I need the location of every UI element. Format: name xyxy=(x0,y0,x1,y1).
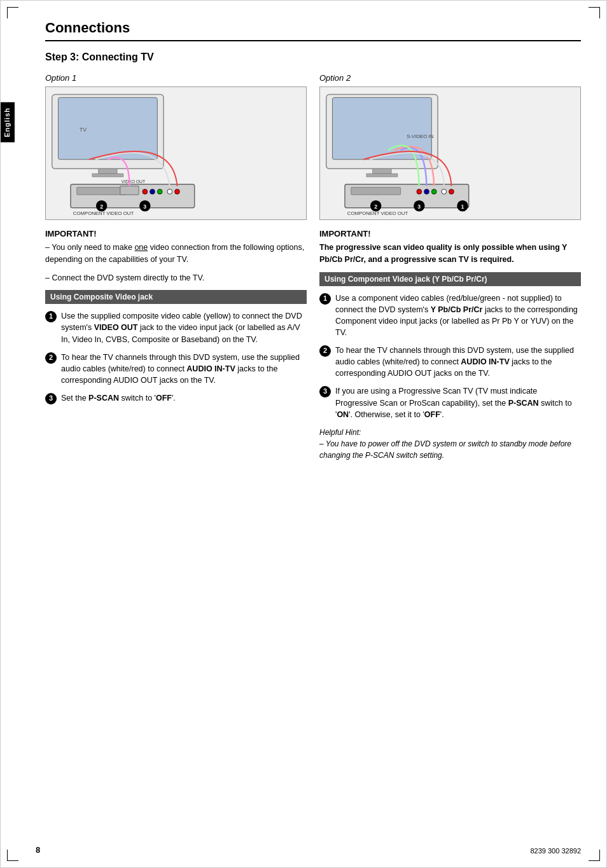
option2-important-text: The progressive scan video quality is on… xyxy=(319,242,581,266)
option1-item-2: 2 To hear the TV channels through this D… xyxy=(45,352,307,386)
svg-text:COMPONENT VIDEO OUT: COMPONENT VIDEO OUT xyxy=(73,210,134,216)
num-circle-1: 1 xyxy=(45,311,57,322)
svg-point-9 xyxy=(157,189,162,194)
svg-point-8 xyxy=(150,189,155,194)
num-circle-opt2-2: 2 xyxy=(319,345,331,357)
num-circle-opt2-3: 3 xyxy=(319,386,331,397)
option2-item-2: 2 To hear the TV channels through this D… xyxy=(319,345,581,379)
svg-point-11 xyxy=(175,189,180,194)
svg-point-10 xyxy=(167,189,172,194)
option1-section-heading: Using Composite Video jack xyxy=(45,290,307,304)
svg-point-29 xyxy=(431,189,436,194)
page-number: 8 xyxy=(36,845,40,855)
svg-text:S-VIDEO IN: S-VIDEO IN xyxy=(407,134,433,139)
helpful-hint-label: Helpful Hint: xyxy=(319,428,361,437)
corner-tr xyxy=(589,7,600,18)
svg-point-30 xyxy=(442,189,447,194)
helpful-hint-text: – You have to power off the DVD system o… xyxy=(319,439,571,460)
svg-point-27 xyxy=(417,189,422,194)
option1-item3-text: Set the P-SCAN switch to 'OFF'. xyxy=(61,392,176,404)
option2-important-heading: IMPORTANT! xyxy=(319,229,581,238)
svg-rect-1 xyxy=(58,97,157,159)
page-container: English Connections Step 3: Connecting T… xyxy=(0,0,607,868)
option2-section-heading: Using Component Video jack (Y Pb/Cb Pr/C… xyxy=(319,272,581,286)
svg-point-31 xyxy=(449,189,454,194)
svg-text:2: 2 xyxy=(374,203,377,210)
option1-item-1: 1 Use the supplied composite video cable… xyxy=(45,310,307,345)
svg-text:VIDEO OUT: VIDEO OUT xyxy=(122,179,145,184)
svg-text:3: 3 xyxy=(417,203,421,210)
two-col-layout: Option 1 COMPONENT VIDEO OUT xyxy=(45,73,581,461)
num-circle-opt2-1: 1 xyxy=(319,293,331,305)
option2-num-list: 1 Use a component video cables (red/blue… xyxy=(319,293,581,420)
page-title: Connections xyxy=(45,20,581,41)
option1-label: Option 1 xyxy=(45,73,307,83)
option1-item-3: 3 Set the P-SCAN switch to 'OFF'. xyxy=(45,392,307,404)
svg-text:COMPONENT VIDEO OUT: COMPONENT VIDEO OUT xyxy=(347,210,408,216)
svg-rect-25 xyxy=(351,188,401,195)
num-circle-2: 2 xyxy=(45,352,57,364)
num-circle-3: 3 xyxy=(45,393,57,404)
option2-item-3: 3 If you are using a Progressive Scan TV… xyxy=(319,385,581,420)
step-heading: Step 3: Connecting TV xyxy=(45,52,581,63)
svg-rect-3 xyxy=(92,174,123,177)
svg-rect-22 xyxy=(366,174,398,177)
corner-br xyxy=(589,850,600,861)
svg-text:TV: TV xyxy=(80,127,87,133)
corner-bl xyxy=(7,850,18,861)
svg-text:3: 3 xyxy=(143,203,146,210)
svg-point-28 xyxy=(424,189,429,194)
option2-item3-text: If you are using a Progressive Scan TV (… xyxy=(335,385,581,420)
option1-item1-text: Use the supplied composite video cable (… xyxy=(61,310,307,345)
svg-rect-12 xyxy=(120,186,139,195)
option1-important-text1: – You only need to make one video connec… xyxy=(45,242,307,266)
option1-important-heading: IMPORTANT! xyxy=(45,229,307,238)
option1-important-text2: – Connect the DVD system directly to the… xyxy=(45,272,307,284)
option2-label: Option 2 xyxy=(319,73,581,83)
option1-col: Option 1 COMPONENT VIDEO OUT xyxy=(45,73,307,461)
svg-rect-5 xyxy=(77,188,127,195)
helpful-hint: Helpful Hint: – You have to power off th… xyxy=(319,427,581,461)
option1-num-list: 1 Use the supplied composite video cable… xyxy=(45,310,307,404)
language-tab: English xyxy=(1,102,15,142)
option2-diagram: S-VIDEO IN COMPONENT VIDEO OUT xyxy=(319,86,581,220)
option2-col: Option 2 S-VIDEO IN COMPONENT VIDEO OUT xyxy=(319,73,581,461)
option2-item2-text: To hear the TV channels through this DVD… xyxy=(335,345,581,379)
svg-text:2: 2 xyxy=(100,203,103,210)
option2-item-1: 1 Use a component video cables (red/blue… xyxy=(319,293,581,339)
option1-svg: COMPONENT VIDEO OUT VIDEO OUT xyxy=(46,87,306,219)
option2-svg: S-VIDEO IN COMPONENT VIDEO OUT xyxy=(320,87,580,219)
svg-point-7 xyxy=(143,189,148,194)
option1-item2-text: To hear the TV channels through this DVD… xyxy=(61,352,307,386)
svg-text:1: 1 xyxy=(461,203,464,210)
corner-tl xyxy=(7,7,18,18)
option2-item1-text: Use a component video cables (red/blue/g… xyxy=(335,293,581,339)
svg-rect-2 xyxy=(99,169,117,174)
svg-rect-21 xyxy=(373,169,391,174)
option1-diagram: COMPONENT VIDEO OUT VIDEO OUT xyxy=(45,86,307,220)
product-code: 8239 300 32892 xyxy=(530,847,581,855)
